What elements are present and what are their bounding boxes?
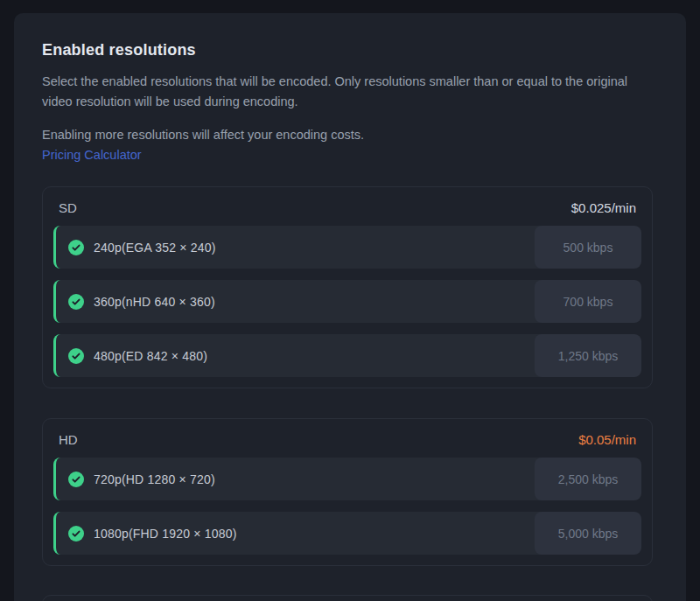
- section-hd-price: $0.05/min: [578, 431, 636, 449]
- check-circle-icon: [68, 240, 84, 255]
- pricing-calculator-link[interactable]: Pricing Calculator: [42, 145, 142, 165]
- description-text: Select the enabled resolutions that will…: [42, 72, 653, 112]
- resolution-label: 720p(HD 1280 × 720): [94, 472, 215, 486]
- section-next-partial: [42, 595, 653, 601]
- bitrate-badge: 5,000 kbps: [535, 512, 641, 555]
- check-circle-icon: [68, 294, 84, 310]
- bitrate-badge: 2,500 kbps: [535, 458, 641, 500]
- enabled-resolutions-card: Enabled resolutions Select the enabled r…: [14, 13, 686, 601]
- section-sd: SD $0.025/min 240p(EGA 352 × 240) 500 kb…: [42, 186, 653, 388]
- check-circle-icon: [68, 472, 84, 487]
- section-sd-price: $0.025/min: [571, 199, 636, 217]
- cost-note-text: Enabling more resolutions will affect yo…: [42, 125, 653, 145]
- resolution-row-1080p[interactable]: 1080p(FHD 1920 × 1080) 5,000 kbps: [53, 512, 641, 555]
- bitrate-badge: 500 kbps: [535, 226, 641, 269]
- page-title: Enabled resolutions: [42, 41, 653, 59]
- check-circle-icon: [68, 526, 84, 542]
- resolution-label: 240p(EGA 352 × 240): [94, 241, 216, 255]
- resolution-row-360p[interactable]: 360p(nHD 640 × 360) 700 kbps: [53, 280, 641, 323]
- section-sd-header: SD $0.025/min: [53, 198, 641, 217]
- resolution-row-480p[interactable]: 480p(ED 842 × 480) 1,250 kbps: [53, 334, 641, 377]
- section-sd-label: SD: [59, 199, 77, 217]
- section-hd-header: HD $0.05/min: [53, 430, 641, 449]
- check-circle-icon: [68, 348, 84, 364]
- resolution-label: 360p(nHD 640 × 360): [94, 295, 215, 309]
- resolution-row-240p[interactable]: 240p(EGA 352 × 240) 500 kbps: [53, 226, 641, 269]
- bitrate-badge: 1,250 kbps: [535, 334, 641, 377]
- bitrate-badge: 700 kbps: [535, 280, 641, 323]
- resolution-label: 1080p(FHD 1920 × 1080): [94, 527, 237, 541]
- section-hd-label: HD: [59, 431, 78, 449]
- resolution-row-720p[interactable]: 720p(HD 1280 × 720) 2,500 kbps: [53, 458, 641, 500]
- resolution-label: 480p(ED 842 × 480): [94, 349, 207, 363]
- section-hd: HD $0.05/min 720p(HD 1280 × 720) 2,500 k…: [42, 418, 653, 566]
